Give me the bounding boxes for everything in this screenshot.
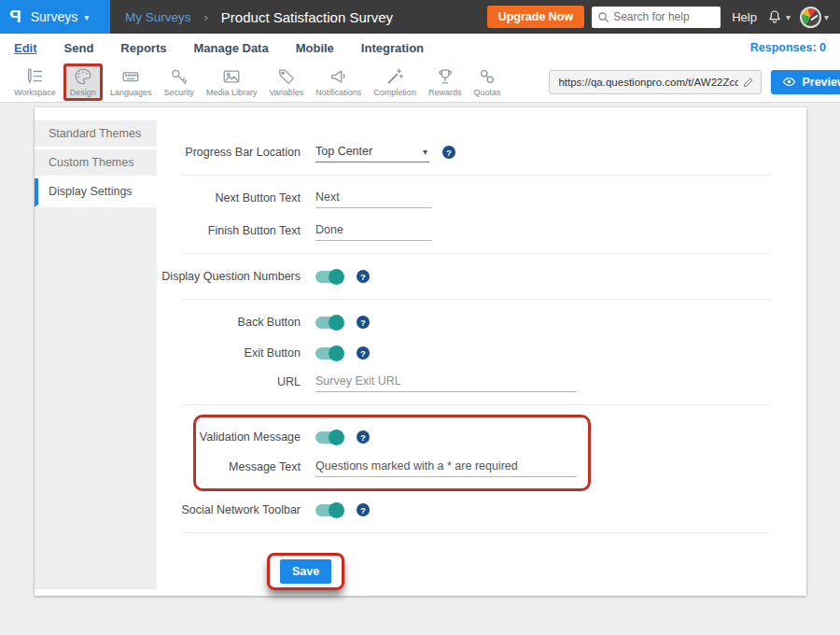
sidebar-item-display-settings[interactable]: Display Settings bbox=[35, 178, 157, 207]
back-button-toggle[interactable] bbox=[315, 317, 343, 329]
variables-tag-icon bbox=[276, 66, 297, 87]
topbar-actions: Upgrade Now Help ▾ ▾ bbox=[487, 6, 840, 28]
toggle-knob bbox=[329, 315, 344, 331]
progress-bar-location-select[interactable]: Top Center ▾ bbox=[315, 142, 429, 162]
security-key-icon bbox=[169, 66, 189, 87]
toolbar-item-security[interactable]: Security bbox=[159, 64, 199, 99]
social-network-toolbar-label: Social Network Toolbar bbox=[157, 503, 301, 516]
social-network-toolbar-toggle[interactable] bbox=[315, 504, 343, 516]
upgrade-now-button[interactable]: Upgrade Now bbox=[487, 6, 585, 28]
toolbar-item-notifications[interactable]: Notifications bbox=[311, 64, 366, 99]
chevron-down-icon: ▾ bbox=[786, 12, 791, 22]
survey-nav: Edit Send Reports Manage Data Mobile Int… bbox=[0, 34, 840, 62]
sidebar-item-custom-themes[interactable]: Custom Themes bbox=[35, 149, 157, 178]
finish-button-text-row: Finish Button Text bbox=[157, 218, 788, 244]
exit-button-label: Exit Button bbox=[157, 346, 301, 360]
toolbar-item-rewards[interactable]: Rewards bbox=[424, 64, 467, 99]
help-search[interactable] bbox=[592, 7, 721, 28]
edit-url-button[interactable] bbox=[742, 76, 755, 89]
questionpro-logo: P bbox=[9, 7, 21, 27]
finish-button-text-label: Finish Button Text bbox=[157, 224, 301, 237]
chevron-down-icon: ▾ bbox=[84, 12, 89, 22]
preview-label: Preview bbox=[802, 76, 840, 89]
quotas-links-icon bbox=[477, 66, 497, 87]
toolbar-item-label: Media Library bbox=[206, 88, 258, 97]
help-link[interactable]: Help bbox=[732, 10, 757, 24]
help-icon[interactable]: ? bbox=[357, 270, 370, 283]
tab-integration[interactable]: Integration bbox=[361, 41, 424, 55]
tab-send[interactable]: Send bbox=[64, 41, 94, 55]
toolbar-item-languages[interactable]: Languages bbox=[105, 64, 157, 99]
message-text-input[interactable] bbox=[315, 457, 577, 477]
toolbar-item-completion[interactable]: Completion bbox=[369, 64, 421, 99]
preview-button[interactable]: Preview bbox=[771, 70, 840, 94]
languages-keyboard-icon bbox=[120, 66, 141, 87]
tab-reports[interactable]: Reports bbox=[120, 41, 166, 55]
social-network-toolbar-row: Social Network Toolbar ? bbox=[157, 497, 788, 523]
progress-bar-location-value: Top Center bbox=[315, 145, 372, 158]
toggle-knob bbox=[329, 430, 344, 445]
responses-count[interactable]: Responses: 0 bbox=[750, 41, 826, 54]
finish-button-text-input[interactable] bbox=[315, 220, 432, 241]
tab-manage-data[interactable]: Manage Data bbox=[193, 41, 268, 55]
themes-sidebar: Standard Themes Custom Themes Display Se… bbox=[35, 107, 157, 596]
toolbar-item-label: Variables bbox=[269, 88, 303, 97]
toolbar-item-variables[interactable]: Variables bbox=[264, 64, 308, 99]
toolbar-item-label: Rewards bbox=[428, 88, 462, 97]
help-search-input[interactable] bbox=[613, 10, 714, 23]
bell-icon bbox=[766, 8, 783, 25]
search-icon bbox=[597, 11, 609, 23]
pencil-icon bbox=[742, 76, 755, 89]
exit-button-toggle[interactable] bbox=[315, 347, 343, 360]
top-bar: P Surveys ▾ My Surveys › Product Satisfa… bbox=[0, 0, 840, 34]
save-button[interactable]: Save bbox=[280, 559, 331, 584]
product-switcher[interactable]: P Surveys ▾ bbox=[0, 0, 110, 34]
media-library-image-icon bbox=[221, 66, 242, 87]
validation-message-label: Validation Message bbox=[196, 430, 301, 444]
notifications-menu[interactable]: ▾ bbox=[766, 8, 791, 25]
rewards-trophy-icon bbox=[435, 66, 455, 87]
edit-toolbar: Workspace Design Languages Security Medi… bbox=[0, 62, 840, 103]
exit-url-label: URL bbox=[157, 375, 301, 388]
workspace-icon bbox=[24, 66, 45, 87]
tab-mobile[interactable]: Mobile bbox=[296, 41, 334, 55]
help-icon[interactable]: ? bbox=[442, 146, 455, 159]
validation-message-toggle[interactable] bbox=[315, 431, 343, 444]
back-button-label: Back Button bbox=[157, 316, 301, 329]
divider bbox=[182, 253, 770, 254]
breadcrumb-my-surveys[interactable]: My Surveys bbox=[125, 10, 191, 24]
toolbar-item-quotas[interactable]: Quotas bbox=[469, 64, 505, 99]
tab-edit[interactable]: Edit bbox=[14, 41, 37, 55]
toggle-knob bbox=[329, 269, 344, 285]
toolbar-item-label: Security bbox=[163, 88, 194, 97]
breadcrumb-separator-icon: › bbox=[204, 10, 208, 24]
toolbar-item-media-library[interactable]: Media Library bbox=[202, 64, 262, 99]
chevron-down-icon: ▾ bbox=[423, 147, 427, 157]
toolbar-item-label: Quotas bbox=[473, 88, 500, 97]
save-annotation-box: Save bbox=[267, 553, 344, 590]
divider bbox=[182, 404, 770, 405]
help-icon[interactable]: ? bbox=[357, 316, 370, 329]
next-button-text-input[interactable] bbox=[315, 188, 432, 208]
survey-url-field[interactable]: https://qa.questionpro.com/t/AW22Zcq2J bbox=[549, 70, 762, 94]
design-palette-icon bbox=[73, 66, 93, 87]
toolbar-item-label: Notifications bbox=[315, 88, 361, 97]
toggle-knob bbox=[329, 502, 344, 518]
validation-annotation-box: Validation Message ? Message Text bbox=[193, 415, 591, 491]
display-settings-card: Standard Themes Custom Themes Display Se… bbox=[35, 107, 806, 596]
display-question-numbers-toggle[interactable] bbox=[315, 271, 343, 283]
exit-url-input[interactable] bbox=[315, 372, 577, 392]
validation-message-row: Validation Message ? bbox=[196, 424, 588, 450]
sidebar-item-standard-themes[interactable]: Standard Themes bbox=[35, 120, 157, 149]
help-icon[interactable]: ? bbox=[357, 430, 370, 444]
account-menu[interactable]: ▾ bbox=[800, 7, 829, 28]
divider bbox=[182, 299, 770, 300]
completion-wand-icon bbox=[385, 66, 405, 87]
help-icon[interactable]: ? bbox=[357, 346, 370, 360]
display-question-numbers-label: Display Question Numbers bbox=[157, 270, 301, 283]
help-icon[interactable]: ? bbox=[357, 503, 370, 516]
toggle-knob bbox=[329, 346, 344, 361]
eye-icon bbox=[782, 75, 796, 89]
toolbar-item-design[interactable]: Design bbox=[63, 64, 103, 101]
toolbar-item-workspace[interactable]: Workspace bbox=[9, 64, 61, 99]
